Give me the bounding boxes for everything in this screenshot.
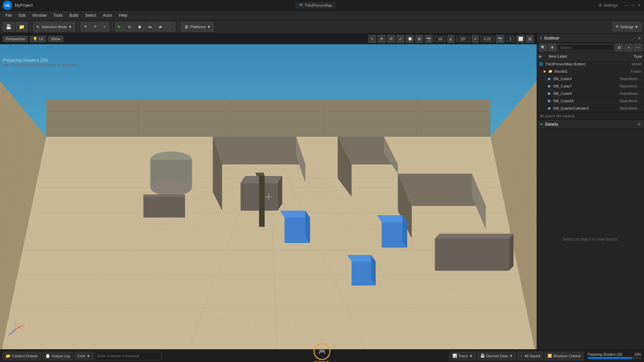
- revision-control-button[interactable]: 🔀 Revision Control: [544, 352, 584, 360]
- menu-build[interactable]: Build: [67, 12, 81, 18]
- camera-tool[interactable]: 📷: [425, 35, 433, 43]
- map-tab-label: ThirdPersonMap: [305, 3, 332, 7]
- menu-bar: File Edit Window Tools Build Select Acto…: [0, 11, 644, 20]
- menu-help[interactable]: Help: [116, 12, 130, 18]
- show-button[interactable]: Show: [48, 36, 63, 42]
- outliner-item[interactable]: 🌐 ThirdPersonMap (Editor) World: [537, 60, 644, 68]
- play-button[interactable]: ▶: [115, 22, 124, 32]
- outliner-close-button[interactable]: ✕: [637, 36, 641, 41]
- scale-icon: ⤢: [103, 24, 106, 29]
- viewport-options[interactable]: ⊞: [526, 35, 534, 43]
- outliner-item[interactable]: ◼ SM_Cube9 StaticMesh…: [537, 90, 644, 97]
- perspective-button[interactable]: Perspective: [3, 36, 28, 42]
- col-item-label: Item Label: [549, 54, 567, 58]
- svg-text:X: X: [23, 324, 25, 327]
- details-close-button[interactable]: ✕: [637, 122, 641, 127]
- svg-marker-67: [255, 173, 265, 176]
- output-log-button[interactable]: 📋 Output Log: [42, 352, 73, 360]
- crosshair: [265, 193, 272, 200]
- settings-button[interactable]: ⚙ Settings ▼: [612, 22, 641, 32]
- derived-data-button[interactable]: 💾 Derived Data ▼: [477, 352, 516, 360]
- item-name: SM_Cube7: [553, 84, 620, 88]
- viewport[interactable]: Perspective 💡 Lit Show ↖ ✛ ↺ ⤢ 🔲 ⊞ 📷 10 …: [0, 34, 537, 349]
- pause-icon: ⏸: [127, 25, 131, 29]
- rotate-tool[interactable]: ↺: [387, 35, 395, 43]
- outliner-item[interactable]: ◼ SM_Cube4 StaticMesh…: [537, 75, 644, 82]
- actors-count: 40 actors (40 loaded): [540, 114, 575, 118]
- svg-line-73: [10, 329, 15, 334]
- trace-label: Trace: [459, 354, 468, 358]
- svg-marker-33: [46, 100, 490, 136]
- cmd-dropdown[interactable]: Cmd ▼: [74, 352, 93, 360]
- viewport-gizmo: X Z Y: [5, 319, 25, 339]
- maximize-button[interactable]: □: [631, 3, 635, 8]
- selection-mode-button[interactable]: ↖ Selection Mode ▼: [33, 22, 75, 32]
- menu-file[interactable]: File: [3, 12, 14, 18]
- pause-button[interactable]: ⏸: [124, 22, 134, 32]
- grid-tool[interactable]: ⊞: [415, 35, 423, 43]
- outliner-header: ≡ Outliner ✕: [537, 34, 644, 43]
- menu-actor[interactable]: Actor: [100, 12, 115, 18]
- lit-button[interactable]: 💡 Lit: [30, 36, 46, 42]
- select-tool[interactable]: ↖: [368, 35, 376, 43]
- stop-button[interactable]: ⏹: [135, 22, 145, 32]
- save-button[interactable]: 💾: [3, 22, 14, 32]
- scale-tool[interactable]: ⤢: [396, 35, 405, 43]
- content-drawer-button[interactable]: 📂 Content Drawer: [3, 352, 41, 360]
- outliner-more-btn[interactable]: ⋯: [634, 44, 642, 52]
- show-label: Show: [51, 37, 60, 41]
- grid-size-input[interactable]: 10: [434, 36, 446, 42]
- menu-tools[interactable]: Tools: [51, 12, 65, 18]
- eject-button[interactable]: ⏏: [156, 22, 165, 32]
- outliner-item[interactable]: ◼ SM_Cube7 StaticMesh…: [537, 82, 644, 90]
- minimize-button[interactable]: —: [625, 3, 629, 8]
- window-controls: — □ ✕: [625, 3, 641, 8]
- outliner-search-input[interactable]: [558, 45, 614, 51]
- item-type: Folder: [631, 69, 643, 73]
- outliner-item[interactable]: ◼ SM_Cube10 StaticMesh…: [537, 97, 644, 105]
- menu-window[interactable]: Window: [30, 12, 49, 18]
- rotate-button[interactable]: ↺: [91, 22, 100, 32]
- trace-button[interactable]: 📊 Trace ▼: [449, 352, 476, 360]
- selection-mode-label: Selection Mode: [42, 25, 67, 29]
- item-type: StaticMesh…: [620, 99, 643, 103]
- outliner-settings-btn[interactable]: ⚙: [615, 44, 623, 52]
- progress-pct: 83%: [635, 353, 641, 356]
- preparing-shaders-status: Preparing Shaders (26) type 'DisableAllS…: [3, 58, 77, 67]
- skip-button[interactable]: ⏭: [145, 22, 155, 32]
- menu-edit[interactable]: Edit: [16, 12, 28, 18]
- cam-speed-input[interactable]: 1: [506, 36, 515, 42]
- outliner-view-btn[interactable]: 👁: [548, 44, 556, 52]
- separator1: [30, 23, 31, 31]
- details-title: Details: [545, 122, 558, 127]
- mesh-icon: ◼: [546, 106, 552, 110]
- viewport-toolbar: Perspective 💡 Lit Show ↖ ✛ ↺ ⤢ 🔲 ⊞ 📷 10 …: [0, 34, 537, 44]
- svg-rect-66: [259, 176, 265, 227]
- cmd-input[interactable]: [95, 352, 162, 360]
- outliner-list: 🌐 ThirdPersonMap (Editor) World ▶ 📁 Bloc…: [537, 60, 644, 112]
- details-panel: ✏ Details ✕ Select an object to view det…: [537, 120, 644, 349]
- scale-button[interactable]: ⤢: [100, 22, 109, 32]
- content-browser-button[interactable]: 📁: [16, 22, 28, 32]
- outliner-item[interactable]: ▶ 📁 Block01 Folder: [537, 68, 644, 75]
- item-type: World: [632, 62, 643, 66]
- snap-tool[interactable]: 🔲: [406, 35, 414, 43]
- suppress-message: type 'DisableAllScreenMessages' to suppr…: [3, 63, 77, 67]
- close-button[interactable]: ✕: [637, 3, 641, 8]
- outliner-item[interactable]: ◼ SM_QuarterCylinder3 StaticMesh…: [537, 105, 644, 112]
- viewport-right-tools: ↖ ✛ ↺ ⤢ 🔲 ⊞ 📷 10 ∠ 10° ⤢ 0.25 📷 1 ⬜ ⊞: [368, 35, 534, 43]
- map-tab[interactable]: 🗺 ThirdPersonMap: [295, 2, 336, 9]
- platforms-button[interactable]: 🖥 Platforms ▼: [181, 22, 214, 32]
- outliner-filter-btn[interactable]: 🔍: [539, 44, 547, 52]
- saved-icon: ✓: [520, 354, 523, 358]
- menu-select[interactable]: Select: [82, 12, 99, 18]
- more-play-options[interactable]: ⋯: [166, 22, 175, 32]
- scale-input[interactable]: 0.25: [480, 36, 495, 42]
- separator2: [78, 23, 78, 31]
- maximize-viewport[interactable]: ⬜: [517, 35, 525, 43]
- move-button[interactable]: ✛: [81, 22, 90, 32]
- move-tool[interactable]: ✛: [378, 35, 386, 43]
- angle-input[interactable]: 10°: [456, 36, 471, 42]
- all-saved-button[interactable]: ✓ All Saved: [517, 352, 543, 360]
- outliner-add-btn[interactable]: +: [625, 44, 633, 52]
